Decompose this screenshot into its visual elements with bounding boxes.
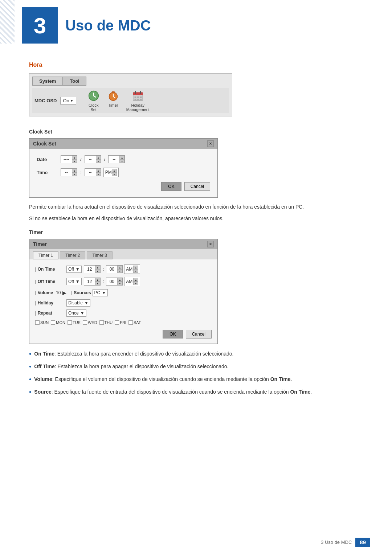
- close-icon: ×: [209, 141, 212, 146]
- tab-tool[interactable]: Tool: [63, 77, 86, 86]
- time-spin-up-1[interactable]: ▲: [72, 169, 77, 172]
- svg-rect-10: [140, 97, 142, 98]
- day-thu[interactable]: THU: [99, 320, 113, 325]
- repeat-arrow-icon: ▼: [80, 311, 85, 316]
- off-min-down[interactable]: ▼: [117, 282, 122, 285]
- bullet-off-time: • Off Time: Establezca la hora para apag…: [29, 362, 363, 372]
- day-sat[interactable]: SAT: [128, 320, 141, 325]
- on-hr-spin[interactable]: 12 ▲ ▼: [84, 265, 101, 273]
- clock-set-titlebar: Clock Set ×: [29, 139, 217, 149]
- on-hr-up[interactable]: ▲: [95, 266, 100, 269]
- off-min-spin[interactable]: 00 ▲ ▼: [106, 278, 123, 286]
- off-ampm-up[interactable]: ▲: [133, 278, 138, 282]
- on-time-dropdown[interactable]: Off ▼: [66, 266, 82, 273]
- time-ampm-select[interactable]: PM ▲ ▼: [103, 168, 119, 177]
- clock-set-icon-item[interactable]: ClockSet: [87, 89, 100, 112]
- date-spin-up-1[interactable]: ▲: [72, 156, 77, 159]
- holiday-label: | Holiday: [35, 300, 64, 305]
- clock-set-close-button[interactable]: ×: [207, 140, 214, 147]
- fri-checkbox[interactable]: [115, 320, 119, 325]
- off-hr-down[interactable]: ▼: [95, 282, 100, 285]
- tue-checkbox[interactable]: [68, 320, 72, 325]
- page-header: 3 Uso de MDC: [22, 0, 392, 47]
- on-hr-down[interactable]: ▼: [95, 269, 100, 273]
- off-time-arrow-icon: ▼: [75, 279, 80, 284]
- bullet-on-time: • On Time: Establezca la hora para encen…: [29, 350, 363, 359]
- on-min-up[interactable]: ▲: [117, 266, 122, 269]
- timer-close-button[interactable]: ×: [207, 241, 214, 247]
- tab-system[interactable]: System: [32, 77, 63, 86]
- date-spin-down-3[interactable]: ▼: [119, 159, 124, 163]
- off-time-label: | Off Time: [35, 279, 64, 284]
- on-time-row: | On Time Off ▼ 12 ▲ ▼ :: [35, 264, 212, 274]
- clock-set-footer: OK Cancel: [37, 182, 210, 191]
- timer-ok-button[interactable]: OK: [163, 330, 183, 338]
- off-ampm-select[interactable]: AM ▲ ▼: [124, 277, 140, 286]
- timer-tab-3[interactable]: Timer 3: [87, 251, 112, 259]
- wed-checkbox[interactable]: [83, 320, 87, 325]
- clock-set-ok-button[interactable]: OK: [161, 182, 181, 191]
- date-spin-down-1[interactable]: ▼: [72, 159, 77, 163]
- tabs-bar: System Tool: [32, 77, 229, 86]
- day-sun[interactable]: SUN: [35, 320, 49, 325]
- svg-rect-6: [135, 91, 136, 94]
- mon-checkbox[interactable]: [51, 320, 55, 325]
- date-spin-up-3[interactable]: ▲: [119, 156, 124, 159]
- on-min-down[interactable]: ▼: [117, 269, 122, 273]
- date-spin-down-2[interactable]: ▼: [96, 159, 101, 163]
- time-ampm-value: PM: [105, 170, 112, 175]
- section-timer: Timer Timer × Timer 1 Timer 2 Timer 3 | …: [29, 229, 363, 397]
- date-spin-up-2[interactable]: ▲: [96, 156, 101, 159]
- timer-title: Timer: [33, 241, 47, 247]
- repeat-dropdown[interactable]: Once ▼: [66, 309, 86, 317]
- off-time-row: | Off Time Off ▼ 12 ▲ ▼ :: [35, 277, 212, 286]
- fri-label: FRI: [120, 320, 126, 325]
- time-spin-down-2[interactable]: ▼: [96, 172, 101, 176]
- off-min-up[interactable]: ▲: [117, 278, 122, 282]
- day-wed[interactable]: WED: [83, 320, 97, 325]
- clock-set-cancel-button[interactable]: Cancel: [184, 182, 210, 191]
- off-hr-up[interactable]: ▲: [95, 278, 100, 282]
- off-time-dropdown[interactable]: Off ▼: [66, 278, 82, 285]
- clock-set-dialog-body: Date ---- ▲ ▼ / -- ▲ ▼: [29, 149, 217, 197]
- day-tue[interactable]: TUE: [68, 320, 81, 325]
- ampm-spin-up[interactable]: ▲: [112, 169, 117, 172]
- sun-label: SUN: [40, 320, 49, 325]
- holiday-dropdown[interactable]: Disable ▼: [66, 299, 90, 307]
- timer-icon: [107, 89, 120, 102]
- volume-sources-row: | Volume 10 ▶ | Sources PC ▼: [35, 289, 212, 296]
- off-hr-spin[interactable]: 12 ▲ ▼: [84, 278, 101, 286]
- sat-checkbox[interactable]: [128, 320, 133, 325]
- on-ampm-down[interactable]: ▼: [133, 269, 138, 273]
- time-spin-2[interactable]: -- ▲ ▼: [85, 168, 101, 176]
- off-time-value: Off: [68, 279, 74, 284]
- day-fri[interactable]: FRI: [115, 320, 126, 325]
- ampm-spin-down[interactable]: ▼: [112, 172, 117, 176]
- off-ampm-down[interactable]: ▼: [133, 282, 138, 285]
- date-spin-1[interactable]: ---- ▲ ▼: [61, 155, 77, 163]
- thu-checkbox[interactable]: [99, 320, 104, 325]
- colon-sep-off: :: [102, 279, 105, 284]
- sun-checkbox[interactable]: [35, 320, 40, 325]
- timer-body: | On Time Off ▼ 12 ▲ ▼ :: [29, 259, 217, 344]
- on-ampm-up[interactable]: ▲: [133, 266, 138, 269]
- date-spin-3[interactable]: -- ▲ ▼: [108, 155, 125, 163]
- sources-dropdown[interactable]: PC ▼: [93, 289, 108, 296]
- day-mon[interactable]: MON: [51, 320, 65, 325]
- on-ampm-select[interactable]: AM ▲ ▼: [124, 264, 140, 274]
- on-min-spin[interactable]: 00 ▲ ▼: [106, 265, 123, 273]
- date-spin-2[interactable]: -- ▲ ▼: [85, 155, 101, 163]
- time-spin-up-2[interactable]: ▲: [96, 169, 101, 172]
- holiday-mgmt-icon-item[interactable]: HolidayManagement: [126, 89, 150, 112]
- toolbar-dropdown[interactable]: On ▼: [60, 97, 76, 104]
- timer-titlebar: Timer ×: [29, 239, 217, 249]
- time-spin-1[interactable]: -- ▲ ▼: [61, 168, 77, 176]
- timer-icon-item[interactable]: Timer: [107, 89, 120, 112]
- hora-ui-mockup: System Tool MDC OSD On ▼: [29, 73, 232, 116]
- dropdown-value: On: [63, 98, 69, 103]
- time-spin-down-1[interactable]: ▼: [72, 172, 77, 176]
- volume-arrow-icon[interactable]: ▶: [62, 290, 66, 296]
- timer-cancel-button[interactable]: Cancel: [186, 330, 212, 338]
- timer-tab-2[interactable]: Timer 2: [60, 251, 85, 259]
- timer-tab-1[interactable]: Timer 1: [33, 251, 58, 259]
